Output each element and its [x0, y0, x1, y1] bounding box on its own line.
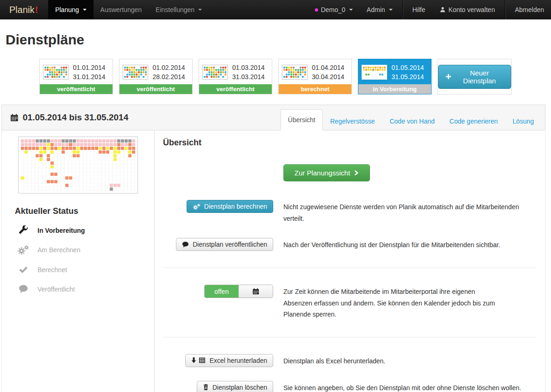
grid-cell — [302, 71, 304, 73]
grid-cell — [295, 74, 297, 75]
grid-cell — [49, 76, 51, 78]
grid-cell — [125, 147, 128, 150]
nav-mandant-dropdown[interactable]: Demo_0 — [308, 0, 360, 19]
dienstplan-card-january[interactable]: 01.01.2014 31.01.2014 veröffentlicht — [39, 59, 113, 94]
dienstplan-veroeffentlichen-button[interactable]: Dienstplan veröffentlichen — [176, 238, 273, 251]
grid-cell — [99, 187, 102, 191]
tab-code-generieren[interactable]: Code generieren — [442, 112, 505, 131]
grid-cell — [47, 165, 50, 168]
dienstplan-card-february[interactable]: 01.02.2014 28.02.2014 veröffentlicht — [119, 59, 193, 94]
grid-cell — [69, 173, 72, 176]
grid-cell — [110, 165, 113, 168]
nav-abmelden[interactable]: Abmelden — [508, 0, 551, 19]
nav-auswertungen[interactable]: Auswertungen — [94, 0, 149, 19]
grid-cell — [370, 76, 372, 78]
grid-cell — [58, 143, 61, 146]
grid-cell — [32, 150, 35, 154]
grid-cell — [44, 67, 46, 68]
grid-cell — [88, 139, 91, 143]
section-heading: Übersicht — [163, 138, 537, 148]
nav-hilfe[interactable]: Hilfe — [406, 0, 432, 19]
grid-cell — [99, 150, 102, 154]
grid-cell — [290, 67, 292, 68]
zur-planungssicht-button[interactable]: Zur Planungssicht — [283, 164, 370, 181]
grid-cell — [28, 147, 31, 150]
grid-cell — [215, 67, 217, 68]
dienstplan-card-march[interactable]: 01.03.2014 31.03.2014 veröffentlicht — [199, 59, 272, 94]
neuer-dienstplan-label: Neuer Dienstplan — [455, 69, 504, 85]
grid-cell — [47, 143, 50, 146]
grid-cell — [379, 71, 381, 73]
grid-cell — [80, 184, 83, 187]
grid-cell — [25, 162, 28, 165]
nav-einstellungen[interactable]: Einstellungen — [149, 0, 209, 19]
grid-cell — [36, 139, 39, 143]
dienstplan-card-april[interactable]: 01.04.2014 30.04.2014 berechnet — [278, 59, 352, 94]
grid-cell — [47, 162, 50, 165]
grid-cell — [54, 154, 57, 157]
neuer-dienstplan-button[interactable]: Neuer Dienstplan — [438, 65, 511, 89]
grid-cell — [102, 147, 106, 150]
grid-cell — [372, 74, 374, 75]
nav-konto-verwalten[interactable]: Konto verwalten — [432, 0, 502, 19]
grid-cell — [47, 187, 50, 191]
grid-cell — [126, 76, 128, 78]
status-label: In Vorbereitung — [38, 227, 85, 234]
grid-cell — [293, 74, 294, 75]
grid-cell — [47, 169, 50, 172]
grid-cell — [56, 69, 58, 71]
dienstplan-panel: 01.05.2014 bis 31.05.2014 Übersicht Rege… — [1, 105, 545, 392]
grid-cell — [384, 76, 386, 78]
grid-cell — [69, 154, 72, 157]
dienstplan-loeschen-button[interactable]: Dienstplan löschen — [197, 381, 273, 392]
excel-herunterladen-button[interactable]: Excel herunterladen — [185, 354, 273, 367]
grid-cell — [132, 187, 135, 191]
tab-code-von-hand[interactable]: Code von Hand — [382, 112, 442, 131]
dienstplan-berechnen-button[interactable]: Dienstplan berechnen — [187, 200, 273, 213]
grid-cell — [132, 150, 135, 154]
nav-admin-dropdown[interactable]: Admin — [360, 0, 400, 19]
plan-status-badge: veröffentlicht — [199, 84, 272, 94]
schedule-preview-thumbnail[interactable] — [18, 137, 138, 193]
tab-loesung[interactable]: Lösung — [505, 112, 541, 131]
grid-cell — [124, 76, 126, 78]
admin-label: Admin — [367, 0, 385, 19]
grid-cell — [113, 158, 117, 161]
nav-planung[interactable]: Planung — [48, 0, 93, 19]
grid-cell — [32, 154, 35, 157]
grid-cell — [58, 173, 61, 176]
grid-cell — [218, 71, 219, 73]
tab-uebersicht[interactable]: Übersicht — [281, 109, 323, 131]
grid-cell — [286, 69, 288, 71]
grid-cell — [368, 76, 369, 78]
grid-cell — [128, 154, 131, 157]
tab-regelverstoesse[interactable]: Regelverstösse — [323, 112, 382, 131]
grid-cell — [106, 165, 109, 168]
dienstplan-card-may-selected[interactable]: 01.05.2014 31.05.2014 in Vorbereitung — [358, 59, 432, 94]
grid-cell — [363, 69, 365, 71]
grid-cell — [128, 176, 131, 180]
grid-cell — [54, 147, 57, 150]
grid-cell — [370, 71, 372, 73]
grid-cell — [286, 76, 288, 78]
grid-cell — [32, 165, 35, 168]
grid-cell — [69, 139, 72, 143]
grid-cell — [50, 184, 54, 187]
brand-logo[interactable]: Planik! — [0, 0, 48, 19]
excel-description: Dienstplan als Excel herunterladen. — [283, 354, 385, 367]
plan-date-to: 30.04.2014 — [307, 72, 349, 81]
toggle-kalender-sperren-button[interactable] — [238, 285, 273, 298]
grid-cell — [121, 165, 124, 168]
grid-cell — [73, 154, 76, 157]
toggle-offen-button[interactable]: offen — [205, 285, 238, 298]
grid-cell — [288, 69, 290, 71]
grid-cell — [102, 150, 106, 154]
grid-cell — [50, 187, 54, 191]
grid-cell — [218, 76, 219, 78]
grid-cell — [106, 180, 109, 183]
grid-cell — [129, 69, 131, 71]
grid-cell — [43, 139, 46, 143]
mandant-label: Demo_0 — [321, 0, 345, 19]
grid-cell — [69, 169, 72, 172]
grid-cell — [125, 187, 128, 191]
